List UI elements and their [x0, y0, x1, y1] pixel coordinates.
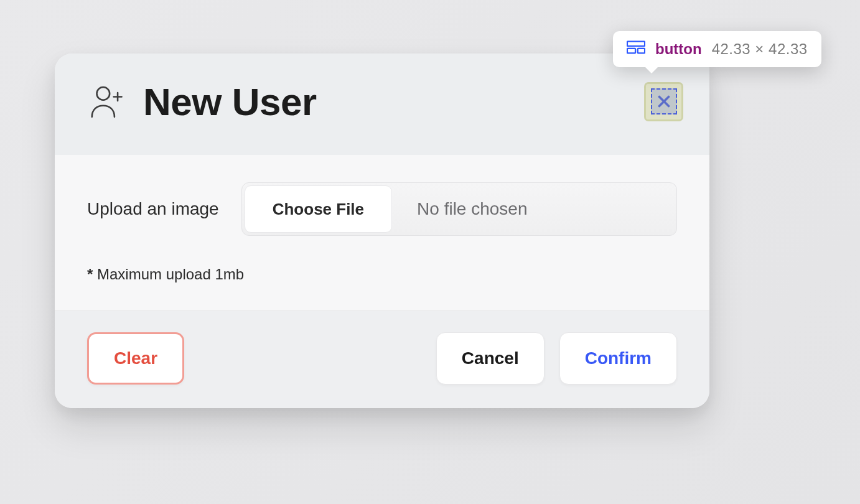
cancel-button[interactable]: Cancel	[436, 332, 545, 385]
modal-header: New User	[55, 54, 709, 155]
devtools-tooltip: button 42.33 × 42.33	[613, 31, 821, 67]
svg-rect-1	[627, 42, 645, 47]
new-user-modal: New User Upload an image Choose File No …	[55, 54, 709, 408]
close-button[interactable]	[651, 88, 677, 114]
hint-text: Maximum upload 1mb	[93, 266, 244, 282]
svg-rect-2	[627, 49, 635, 54]
upload-hint: * Maximum upload 1mb	[87, 266, 677, 283]
upload-row: Upload an image Choose File No file chos…	[87, 182, 677, 236]
tooltip-element-type: button	[655, 40, 702, 58]
file-input[interactable]: Choose File No file chosen	[241, 182, 677, 236]
confirm-button[interactable]: Confirm	[559, 332, 677, 385]
modal-title: New User	[143, 80, 317, 124]
layout-icon	[627, 40, 645, 58]
close-icon	[656, 93, 672, 110]
clear-button[interactable]: Clear	[87, 332, 184, 385]
upload-label: Upload an image	[87, 199, 219, 219]
modal-footer: Clear Cancel Confirm	[55, 310, 709, 408]
tooltip-dimensions: 42.33 × 42.33	[712, 40, 808, 58]
modal-body: Upload an image Choose File No file chos…	[55, 155, 709, 310]
hint-asterisk: *	[87, 266, 93, 282]
user-plus-icon	[87, 82, 126, 123]
svg-point-0	[97, 87, 110, 100]
file-status-text: No file chosen	[395, 183, 527, 235]
choose-file-button[interactable]: Choose File	[245, 185, 392, 233]
svg-rect-3	[638, 49, 645, 54]
